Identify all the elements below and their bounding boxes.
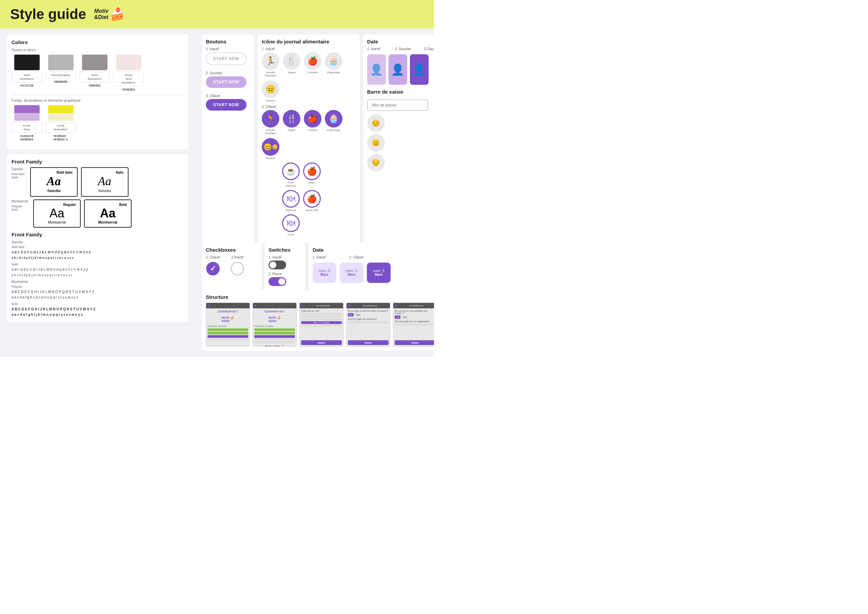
checkbox-label-2: 2.Inactif [231,255,243,259]
btn-label-3: 3. Cliquer [206,94,250,98]
mockup-1-create-bar [208,335,248,338]
password-input[interactable] [367,99,428,111]
mockup-2-connect: Connecte toi avec [254,325,295,327]
icon-grignotage-actif: 🧁 Grignotage [325,110,343,135]
checkboxes-title: Checkboxes [206,247,257,253]
color-label-1: TitresIllustrations [11,72,42,82]
color-swatch-1 [14,54,40,70]
buttons-list: 1. Inactif START NOW 2. Survoler START N… [206,47,250,114]
font-box-regular: Regular Aa Montserrat [33,199,81,228]
icon-activite-inactif: 🏃 Activitéphysique [262,52,279,77]
icon-grignotage-label: Grignotage [327,71,340,74]
structure-section: Structure Connecte toi ! Motiv 🍰&Diet Co… [202,290,434,351]
smiley-happy: 😊 [264,143,272,151]
checkbox-cliquer: 1. Cliquer ✓ [206,255,220,275]
icon-collation-circle: 🍎 [304,52,321,70]
mockup-4-header: tes préférences [347,303,390,308]
font-name-4: Montserrat [89,220,127,224]
mockup-5-header: tes préférences [393,303,434,308]
icon-apres-midi-circle: 🍎 [303,190,321,208]
right-row-1: Boutons 1. Inactif START NOW 2. Survoler… [202,34,434,243]
alphabet-sansita-meta: Sansita Bold italic A B C D E F G H I J … [11,240,183,261]
icon-petit-dejeuner-circle: ☕ [282,163,300,180]
switch-on[interactable] [268,277,286,286]
logo-icon: 🍰 [110,7,125,21]
switch-off[interactable] [268,261,286,269]
icon-activite-label: Activitéphysique [265,71,276,77]
color-hex-5: #A26ACE#D3B5E4 [20,134,34,141]
icon-petit-dejeuner: ☕ Petitdéjeuner [282,163,300,187]
color-swatch-4 [116,54,141,70]
color-hex-2: #B6B6B6 [54,80,67,84]
food-icons-row-actif3: 🍽 Déjeuner 🍎 Après-midi [282,190,356,212]
mockup-5: tes préférences Est ce que tu veux parta… [393,303,434,347]
date-pill-actif[interactable]: merc. 5 Mars [367,263,391,283]
mockup-1-google-bar [208,328,248,331]
icon-collation-inactif: 🍎 Collation [304,52,321,77]
mockup-4-validate-btn[interactable]: Valider [348,340,389,345]
mockup-4-dot [348,305,350,307]
colors-textes-label: Textes et titres [11,48,183,52]
header: Style guide Motiv &Diet 🍰 [0,0,434,28]
smiley-sad-small: 😔 [272,144,278,149]
date-labels-row: 1. Inactif 2. Survoler 3.Cliquer [367,47,434,52]
body-fig-1: 👤 [367,54,386,85]
colors-section: Colors Textes et titres TitresIllustrati… [7,34,188,149]
date-pill-2[interactable]: merc. 5 Mars [340,263,363,283]
date-label-3: 3.Cliquer [423,47,434,51]
switch-thumb-off [270,261,276,268]
font-display-3: Aa [38,207,76,219]
structure-title: Structure [206,294,434,300]
checkbox-checked-visual[interactable]: ✓ [206,262,220,275]
mockup-1-connect: Connecte toi avec [208,325,248,327]
date-cal-label-1: 1. Inactif [313,255,326,259]
date-pill-1[interactable]: merc. 5 Mars [313,263,336,283]
color-label-6: FondsIllustrations [45,122,76,133]
btn-start-survoler[interactable]: START NOW [206,76,246,88]
font-sansita-styles: Bold italicItailic [11,173,25,179]
checkbox-unchecked-visual[interactable] [231,262,244,275]
food-label-1: 1. Inactif [262,47,356,51]
btn-start-inactif[interactable]: START NOW [206,52,246,65]
icon-activite-actif: 🏃 Activitéphysique [262,110,279,135]
mockup-2-header [253,303,296,308]
color-hex-4: #F2E5E3 [122,88,135,91]
page-title: Style guide [10,6,86,22]
mockup-4-bar [348,321,389,323]
food-icons-content: 1. Inactif 🏃 Activitéphysique 🍴 Repas 🍎 [262,47,356,236]
color-grid-2: FondsTitres #A26ACE#D3B5E4 FondsIllustra… [11,105,183,141]
color-item-4: FondsTitresIllustrations #F2E5E3 [113,54,144,91]
icon-humeur-circle-actif: 😊 😔 [262,138,279,156]
mockup-5-non: Non [402,316,408,319]
logo: Motiv &Diet 🍰 [94,7,125,21]
color-label-2: Titres précipaux [45,72,76,79]
smiley-happy-inactif: 😊 [367,114,385,132]
mockup-3-bar4 [301,325,342,327]
btn-start-cliquer[interactable]: START NOW [206,99,246,110]
date-pill-1-day: merc. 5 [319,269,330,273]
icon-repas-label: Repas [288,71,295,74]
font-name-1: Sansita [35,188,73,193]
check-mark: ✓ [210,264,216,273]
icon-dejeuner-circle: 🍽 [282,190,300,208]
icon-repas-actif: 🍴 Repas [283,110,301,135]
mockup-5-validate-btn[interactable]: Valider [395,340,434,345]
date-body-card: Date 1. Inactif 2. Survoler 3.Cliquer 👤 … [363,34,434,243]
color-label-5: FondsTitres [11,122,42,133]
icon-grignotage-circle: 🧁 [325,52,343,70]
smiley-sad-inactif: 😔 [367,154,385,171]
font-display-1: Aa [35,175,73,187]
icon-diner-circle: 🍽 [282,215,300,232]
btn-label-1: 1. Inactif [206,47,250,51]
icon-humeur-inactif: 😐 Humeur [262,81,279,102]
date-cal-label-2: 2. Cliquer [349,255,364,259]
front-family-title-2: Front Family [11,232,183,238]
mockup-3-validate-btn[interactable]: Valider [301,340,342,345]
icon-apres-midi-label: Après-midi [305,208,318,212]
mockup-2-dot [254,305,256,307]
font-montserrat-styles: RegularBold [11,205,28,211]
mockup-3-imc-label: Calcul de ton IMC [301,310,342,312]
mockup-3-header: ta morphologie [300,303,343,308]
icon-grignotage-circle-actif: 🧁 [325,110,343,127]
color-item-6: FondsIllustrations #F2E620#F4EDC A [45,105,76,141]
